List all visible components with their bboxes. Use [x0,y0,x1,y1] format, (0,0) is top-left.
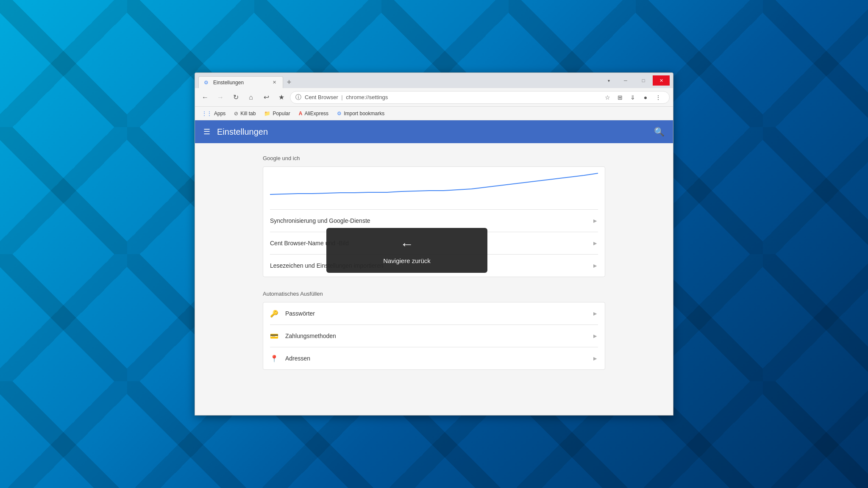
settings-title: Einstellungen [217,127,647,137]
apps-label: Apps [214,111,225,116]
new-tab-button[interactable]: + [283,76,295,88]
bookmark-kill-tab[interactable]: ⊘ Kill tab [231,109,259,118]
payment-label: Zahlungsmethoden [285,333,592,339]
separator: | [340,94,345,100]
password-icon: 🔑 [270,309,278,318]
addresses-label: Adressen [285,355,592,362]
back-button[interactable]: ← [198,91,212,104]
row-passwords[interactable]: 🔑 Passwörter ► [263,302,605,324]
undo-button[interactable]: ↩ [259,91,273,104]
bookmark-address-button[interactable]: ☆ [601,92,613,103]
browser-window: ⚙ Einstellungen ✕ + ▾ ─ □ ✕ ← → ↻ ⌂ ↩ ★ … [195,72,673,416]
passwords-chevron: ► [592,310,598,317]
chart-area [263,167,605,209]
menu-button[interactable]: ⋮ [652,92,664,103]
address-text: Cent Browser | chrome://settings [305,94,598,100]
bookmark-apps[interactable]: ⋮⋮ Apps [198,109,229,118]
section-google-title: Google und ich [195,152,673,165]
bookmark-import[interactable]: ⚙ Import bookmarks [334,109,388,118]
popular-label: Popular [273,111,290,116]
hamburger-icon[interactable]: ☰ [203,127,210,136]
address-icon: 📍 [270,354,278,363]
url-text: chrome://settings [346,94,388,100]
activity-chart [270,171,598,205]
crop-button[interactable]: ⊞ [614,92,626,103]
bookmarks-bar: ⋮⋮ Apps ⊘ Kill tab 📁 Popular A AliExpres… [195,107,673,120]
address-bar[interactable]: ⓘ Cent Browser | chrome://settings ☆ ⊞ ⇓… [290,91,670,104]
settings-header: ☰ Einstellungen 🔍 [195,120,673,143]
info-icon: ⓘ [295,94,301,101]
account-button[interactable]: ● [640,92,651,103]
tab-favicon: ⚙ [204,80,210,86]
aliexpress-icon: A [299,111,303,116]
tooltip-back-icon: ← [400,236,414,252]
apps-icon: ⋮⋮ [202,111,212,116]
payment-chevron: ► [592,333,598,339]
maximize-button[interactable]: □ [635,75,652,86]
tooltip-overlay: ← Navigiere zurück [326,228,487,273]
import-label: Import bookmarks [344,111,384,116]
tooltip-text: Navigiere zurück [383,257,431,264]
tab-strip: ⚙ Einstellungen ✕ + [198,73,604,88]
title-bar: ⚙ Einstellungen ✕ + ▾ ─ □ ✕ [195,73,673,88]
site-name: Cent Browser [305,94,338,100]
passwords-label: Passwörter [285,310,592,317]
search-icon[interactable]: 🔍 [654,127,665,137]
tab-dropdown-button[interactable]: ▾ [604,75,614,86]
bookmark-popular[interactable]: 📁 Popular [261,109,293,118]
section-autofill-title: Automatisches Ausfüllen [195,287,673,300]
sync-chevron: ► [592,217,598,224]
forward-button[interactable]: → [214,91,227,104]
tab-close-button[interactable]: ✕ [271,79,278,86]
active-tab[interactable]: ⚙ Einstellungen ✕ [198,76,283,88]
aliexpress-label: AliExpress [304,111,328,116]
settings-content: Google und ich Synchronisierung und Goog… [195,143,673,415]
addresses-chevron: ► [592,355,598,362]
tab-label: Einstellungen [213,80,244,86]
star-button[interactable]: ★ [275,91,288,104]
cent-name-chevron: ► [592,240,598,247]
kill-tab-icon: ⊘ [234,111,238,116]
row-payment[interactable]: 💳 Zahlungsmethoden ► [263,325,605,347]
payment-icon: 💳 [270,332,278,340]
window-controls: ─ □ ✕ [617,75,670,86]
bookmarks-import-chevron: ► [592,262,598,269]
bookmark-aliexpress[interactable]: A AliExpress [295,109,332,118]
row-addresses[interactable]: 📍 Adressen ► [263,347,605,369]
minimize-button[interactable]: ─ [617,75,634,86]
navigation-bar: ← → ↻ ⌂ ↩ ★ ⓘ Cent Browser | chrome://se… [195,88,673,107]
import-icon: ⚙ [337,111,342,116]
sync-label: Synchronisierung und Google-Dienste [270,217,592,224]
kill-tab-label: Kill tab [240,111,256,116]
popular-icon: 📁 [264,111,270,116]
close-button[interactable]: ✕ [653,75,670,86]
home-button[interactable]: ⌂ [244,91,258,104]
settings-card-autofill: 🔑 Passwörter ► 💳 Zahlungsmethoden ► 📍 Ad… [263,302,605,370]
address-actions: ☆ ⊞ ⇓ ● ⋮ [601,92,664,103]
download-button[interactable]: ⇓ [627,92,639,103]
reload-button[interactable]: ↻ [229,91,242,104]
